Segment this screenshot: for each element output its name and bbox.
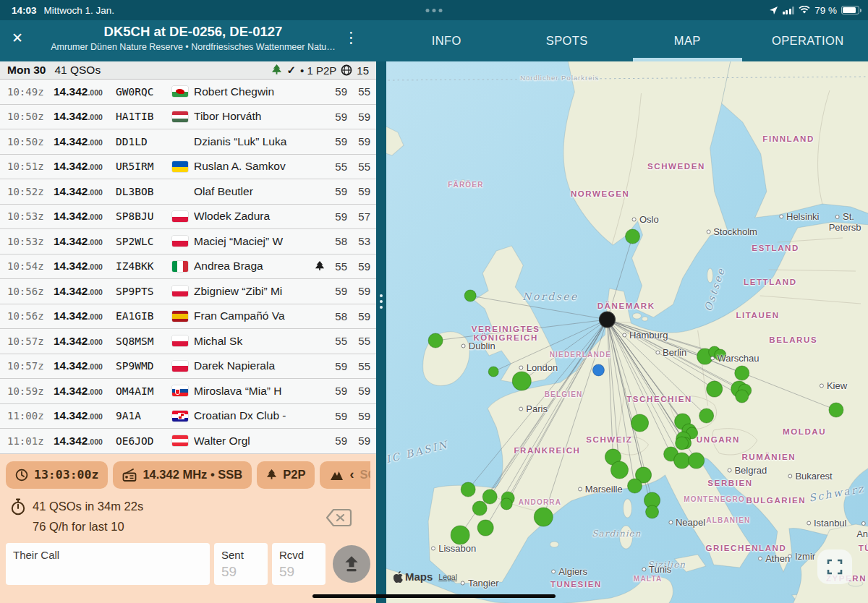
qso-marker[interactable]: [512, 372, 531, 390]
qso-operator-name: Zbigniew “Zibi” Mi: [194, 285, 312, 298]
qso-marker[interactable]: [610, 461, 628, 479]
qso-time: 10:52z: [7, 186, 54, 197]
qso-frequency: 14.342.000: [54, 435, 116, 448]
qso-marker[interactable]: [735, 366, 749, 380]
table-row[interactable]: 10:56z14.342.000SP9PTSZbigniew “Zibi” Mi…: [0, 279, 376, 304]
map-legal-link[interactable]: Legal: [438, 573, 457, 581]
p2p-pill[interactable]: P2P: [257, 461, 315, 489]
table-row[interactable]: 10:52z14.342.000DL3BOBOlaf Beutler5959: [0, 179, 376, 205]
table-row[interactable]: 10:54z14.342.000IZ4BKKAndrea Braga5559: [0, 255, 376, 280]
table-row[interactable]: 10:53z14.342.000SP2WLCMaciej “Maciej” W5…: [0, 229, 376, 255]
tree-icon: [271, 64, 282, 76]
fullscreen-icon: [826, 558, 843, 576]
log-qso-button[interactable]: [333, 545, 370, 583]
country-flag-icon: [172, 361, 188, 372]
qso-marker[interactable]: [715, 349, 726, 361]
tab-operation[interactable]: OPERATION: [748, 20, 868, 61]
qso-rst-sent: 59: [327, 410, 347, 422]
upload-icon: [342, 555, 361, 573]
close-icon[interactable]: ✕: [12, 31, 23, 45]
qso-marker[interactable]: [674, 453, 690, 469]
tab-info[interactable]: INFO: [386, 20, 507, 61]
table-row[interactable]: 10:57z14.342.000SQ8MSMMichal Sk5555: [0, 329, 376, 354]
qso-callsign: GW0RQC: [116, 86, 172, 98]
qso-marker[interactable]: [631, 414, 649, 432]
table-row[interactable]: 11:01z14.342.000OE6JODWalter Orgl5959: [0, 429, 376, 454]
sota-pill[interactable]: ‹ SOTA: [320, 461, 370, 489]
qso-marker[interactable]: [707, 381, 723, 397]
qso-marker[interactable]: [689, 453, 705, 469]
qso-time: 10:56z: [7, 286, 54, 297]
qso-callsign: DL3BOB: [116, 186, 172, 197]
country-flag-icon: [172, 311, 188, 322]
qso-rst-rcvd: 59: [347, 410, 370, 422]
table-row[interactable]: 10:57z14.342.000SP9WMDDarek Napierala595…: [0, 354, 376, 380]
qso-marker[interactable]: [482, 489, 497, 504]
map[interactable]: Nördlicher PolarkreisFÄRÖERNORWEGENSCHWE…: [386, 61, 868, 603]
qso-rst-rcvd: 55: [347, 360, 370, 372]
log-qso-count: 41 QSOs: [54, 64, 101, 77]
table-row[interactable]: 10:50z14.342.000DD1LDDzianis “Luk” Luka5…: [0, 129, 376, 155]
qso-marker[interactable]: [736, 390, 749, 403]
qso-callsign: SQ8MSM: [116, 335, 172, 347]
backspace-button[interactable]: [324, 507, 353, 531]
table-row[interactable]: 10:56z14.342.000EA1GIBFran Campañó Va585…: [0, 304, 376, 330]
table-row[interactable]: 10:51z14.342.000UR5IRMRuslan A. Samkov55…: [0, 155, 376, 180]
qso-callsign: IZ4BKK: [116, 260, 172, 272]
table-row[interactable]: 10:50z14.342.000HA1TIBTibor Horváth5959: [0, 105, 376, 130]
qso-frequency: 14.342.000: [54, 110, 116, 123]
tab-map[interactable]: MAP: [627, 20, 748, 61]
sent-input[interactable]: Sent 59: [214, 543, 268, 585]
qso-marker[interactable]: [625, 229, 639, 244]
qso-marker[interactable]: [451, 526, 469, 544]
check-icon: ✓: [286, 64, 296, 77]
qso-frequency: 14.342.000: [54, 285, 116, 298]
qso-rst-sent: 59: [327, 285, 347, 297]
qso-marker[interactable]: [646, 505, 659, 518]
spot-marker-blue[interactable]: [592, 364, 604, 376]
freq-mode-pill[interactable]: 14.342 MHz • SSB: [113, 461, 252, 489]
qso-marker[interactable]: [534, 508, 553, 526]
their-call-placeholder: Their Call: [13, 549, 59, 561]
table-row[interactable]: 11:00z14.342.0009A1ACroatian Dx Club -59…: [0, 404, 376, 429]
qso-marker[interactable]: [628, 479, 642, 493]
qso-marker[interactable]: [676, 437, 689, 450]
qso-rst-rcvd: 59: [347, 260, 370, 273]
rcvd-input[interactable]: Rcvd 59: [272, 543, 326, 585]
station-marker[interactable]: [599, 312, 615, 328]
table-row[interactable]: 10:49z14.342.000GW0RQCRobert Chegwin5955: [0, 80, 376, 105]
setting-pills: 13:03:00z 14.342 MHz • SSB: [6, 461, 370, 489]
qso-rst-sent: 55: [327, 335, 347, 347]
qso-marker[interactable]: [472, 501, 487, 516]
rcvd-value: 59: [279, 564, 318, 580]
qso-marker[interactable]: [501, 498, 512, 510]
sota-pill-label: SOTA: [359, 468, 370, 482]
home-indicator[interactable]: [312, 594, 556, 599]
qso-marker[interactable]: [488, 367, 498, 377]
qso-marker[interactable]: [461, 482, 475, 497]
chevron-left-icon: ‹: [349, 467, 354, 482]
fullscreen-button[interactable]: [817, 549, 852, 584]
qso-marker[interactable]: [477, 520, 493, 536]
qso-marker[interactable]: [464, 290, 476, 302]
table-row[interactable]: 10:59z14.342.000OM4AIMMiroslava “Mia” H5…: [0, 379, 376, 404]
qso-marker[interactable]: [428, 333, 443, 348]
radio-icon: [122, 469, 137, 482]
qso-marker[interactable]: [829, 403, 843, 417]
qso-p2p-marker: [312, 261, 327, 272]
qso-callsign: OM4AIM: [116, 385, 172, 397]
page-subtitle: Amrumer Dünen Nature Reserve • Nordfries…: [43, 42, 343, 52]
log-header: Mon 30 41 QSOs ✓ • 1 P2P 15: [0, 61, 376, 80]
qso-frequency: 14.342.000: [54, 235, 116, 248]
more-menu-icon[interactable]: ⋮: [344, 30, 359, 45]
table-row[interactable]: 10:53z14.342.000SP8BJUWlodek Zadura5957: [0, 205, 376, 230]
multitask-dots-icon[interactable]: [426, 9, 443, 12]
time-pill[interactable]: 13:03:00z: [6, 461, 108, 489]
qso-rst-sent: 59: [327, 210, 347, 223]
panel-resize-handle[interactable]: [376, 61, 386, 603]
tab-spots[interactable]: SPOTS: [507, 20, 628, 61]
qso-callsign: EA1GIB: [116, 310, 172, 322]
qso-marker[interactable]: [699, 409, 714, 423]
their-call-input[interactable]: Their Call: [6, 543, 210, 585]
apple-logo-icon: [393, 571, 404, 583]
